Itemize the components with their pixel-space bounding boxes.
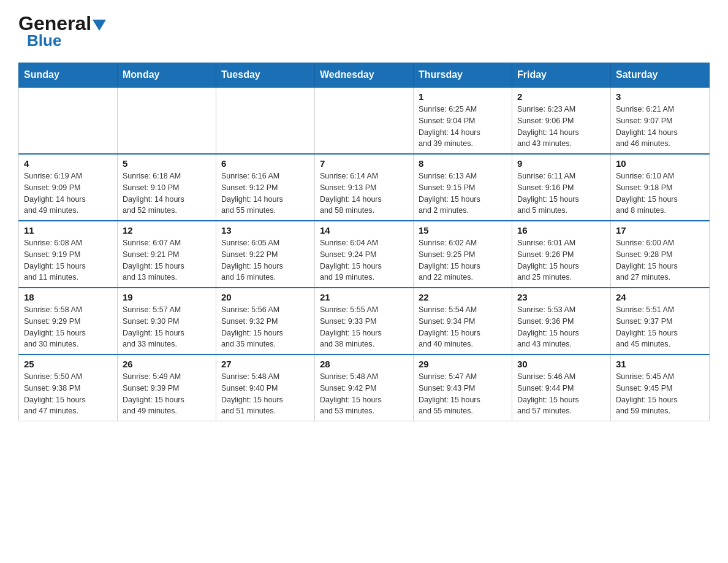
calendar-cell xyxy=(216,87,315,154)
day-info: Sunrise: 6:11 AM Sunset: 9:16 PM Dayligh… xyxy=(517,170,605,216)
day-info: Sunrise: 6:23 AM Sunset: 9:06 PM Dayligh… xyxy=(517,104,605,150)
calendar-header-monday: Monday xyxy=(118,63,216,88)
day-info: Sunrise: 5:56 AM Sunset: 9:32 PM Dayligh… xyxy=(221,304,309,350)
day-number: 14 xyxy=(320,225,408,236)
day-number: 15 xyxy=(419,225,507,236)
calendar-week-row: 1Sunrise: 6:25 AM Sunset: 9:04 PM Daylig… xyxy=(19,87,710,154)
calendar-cell xyxy=(19,87,118,154)
calendar-cell: 27Sunrise: 5:48 AM Sunset: 9:40 PM Dayli… xyxy=(216,354,315,421)
calendar-cell xyxy=(315,87,414,154)
calendar-cell: 5Sunrise: 6:18 AM Sunset: 9:10 PM Daylig… xyxy=(118,154,216,221)
day-info: Sunrise: 6:08 AM Sunset: 9:19 PM Dayligh… xyxy=(24,237,112,283)
day-info: Sunrise: 5:49 AM Sunset: 9:39 PM Dayligh… xyxy=(123,371,211,417)
day-info: Sunrise: 6:16 AM Sunset: 9:12 PM Dayligh… xyxy=(221,170,309,216)
day-number: 3 xyxy=(616,91,704,102)
day-number: 28 xyxy=(320,359,408,369)
calendar-header-wednesday: Wednesday xyxy=(315,63,414,88)
calendar-cell: 14Sunrise: 6:04 AM Sunset: 9:24 PM Dayli… xyxy=(315,221,414,288)
day-number: 29 xyxy=(419,359,507,369)
day-info: Sunrise: 5:54 AM Sunset: 9:34 PM Dayligh… xyxy=(419,304,507,350)
calendar-cell: 1Sunrise: 6:25 AM Sunset: 9:04 PM Daylig… xyxy=(414,87,512,154)
calendar-cell: 8Sunrise: 6:13 AM Sunset: 9:15 PM Daylig… xyxy=(414,154,512,221)
day-info: Sunrise: 6:00 AM Sunset: 9:28 PM Dayligh… xyxy=(616,237,704,283)
calendar-cell: 16Sunrise: 6:01 AM Sunset: 9:26 PM Dayli… xyxy=(512,221,611,288)
calendar-header-saturday: Saturday xyxy=(611,63,710,88)
calendar-header-sunday: Sunday xyxy=(19,63,118,88)
day-number: 5 xyxy=(123,158,211,169)
day-number: 11 xyxy=(24,225,112,236)
day-number: 21 xyxy=(320,292,408,302)
calendar-header-tuesday: Tuesday xyxy=(216,63,315,88)
day-info: Sunrise: 5:55 AM Sunset: 9:33 PM Dayligh… xyxy=(320,304,408,350)
day-number: 2 xyxy=(517,91,605,102)
day-info: Sunrise: 6:13 AM Sunset: 9:15 PM Dayligh… xyxy=(419,170,507,216)
calendar-cell: 9Sunrise: 6:11 AM Sunset: 9:16 PM Daylig… xyxy=(512,154,611,221)
calendar-table: SundayMondayTuesdayWednesdayThursdayFrid… xyxy=(18,63,710,421)
day-number: 18 xyxy=(24,292,112,302)
calendar-cell: 7Sunrise: 6:14 AM Sunset: 9:13 PM Daylig… xyxy=(315,154,414,221)
day-number: 22 xyxy=(419,292,507,302)
day-info: Sunrise: 5:45 AM Sunset: 9:45 PM Dayligh… xyxy=(616,371,704,417)
day-info: Sunrise: 5:51 AM Sunset: 9:37 PM Dayligh… xyxy=(616,304,704,350)
day-number: 1 xyxy=(419,91,507,102)
day-info: Sunrise: 6:25 AM Sunset: 9:04 PM Dayligh… xyxy=(419,104,507,150)
day-number: 4 xyxy=(24,158,112,169)
day-info: Sunrise: 6:19 AM Sunset: 9:09 PM Dayligh… xyxy=(24,170,112,216)
calendar-cell: 26Sunrise: 5:49 AM Sunset: 9:39 PM Dayli… xyxy=(118,354,216,421)
day-info: Sunrise: 6:07 AM Sunset: 9:21 PM Dayligh… xyxy=(123,237,211,283)
calendar-header-friday: Friday xyxy=(512,63,611,88)
calendar-cell: 10Sunrise: 6:10 AM Sunset: 9:18 PM Dayli… xyxy=(611,154,710,221)
calendar-cell: 18Sunrise: 5:58 AM Sunset: 9:29 PM Dayli… xyxy=(19,288,118,354)
day-info: Sunrise: 5:48 AM Sunset: 9:42 PM Dayligh… xyxy=(320,371,408,417)
day-info: Sunrise: 5:47 AM Sunset: 9:43 PM Dayligh… xyxy=(419,371,507,417)
calendar-cell: 29Sunrise: 5:47 AM Sunset: 9:43 PM Dayli… xyxy=(414,354,512,421)
calendar-header-row: SundayMondayTuesdayWednesdayThursdayFrid… xyxy=(19,63,710,88)
calendar-cell xyxy=(118,87,216,154)
page-header: General Blue xyxy=(18,12,710,50)
calendar-header-thursday: Thursday xyxy=(414,63,512,88)
calendar-cell: 20Sunrise: 5:56 AM Sunset: 9:32 PM Dayli… xyxy=(216,288,315,354)
calendar-cell: 17Sunrise: 6:00 AM Sunset: 9:28 PM Dayli… xyxy=(611,221,710,288)
day-info: Sunrise: 6:10 AM Sunset: 9:18 PM Dayligh… xyxy=(616,170,704,216)
day-number: 20 xyxy=(221,292,309,302)
logo-blue-text: Blue xyxy=(27,31,61,50)
day-info: Sunrise: 6:18 AM Sunset: 9:10 PM Dayligh… xyxy=(123,170,211,216)
calendar-week-row: 25Sunrise: 5:50 AM Sunset: 9:38 PM Dayli… xyxy=(19,354,710,421)
calendar-cell: 11Sunrise: 6:08 AM Sunset: 9:19 PM Dayli… xyxy=(19,221,118,288)
day-number: 9 xyxy=(517,158,605,169)
calendar-week-row: 4Sunrise: 6:19 AM Sunset: 9:09 PM Daylig… xyxy=(19,154,710,221)
calendar-cell: 25Sunrise: 5:50 AM Sunset: 9:38 PM Dayli… xyxy=(19,354,118,421)
calendar-cell: 3Sunrise: 6:21 AM Sunset: 9:07 PM Daylig… xyxy=(611,87,710,154)
day-number: 17 xyxy=(616,225,704,236)
calendar-cell: 30Sunrise: 5:46 AM Sunset: 9:44 PM Dayli… xyxy=(512,354,611,421)
calendar-cell: 23Sunrise: 5:53 AM Sunset: 9:36 PM Dayli… xyxy=(512,288,611,354)
calendar-cell: 2Sunrise: 6:23 AM Sunset: 9:06 PM Daylig… xyxy=(512,87,611,154)
day-info: Sunrise: 6:01 AM Sunset: 9:26 PM Dayligh… xyxy=(517,237,605,283)
day-number: 26 xyxy=(123,359,211,369)
calendar-week-row: 18Sunrise: 5:58 AM Sunset: 9:29 PM Dayli… xyxy=(19,288,710,354)
day-info: Sunrise: 6:04 AM Sunset: 9:24 PM Dayligh… xyxy=(320,237,408,283)
calendar-cell: 6Sunrise: 6:16 AM Sunset: 9:12 PM Daylig… xyxy=(216,154,315,221)
day-number: 19 xyxy=(123,292,211,302)
calendar-cell: 28Sunrise: 5:48 AM Sunset: 9:42 PM Dayli… xyxy=(315,354,414,421)
calendar-cell: 24Sunrise: 5:51 AM Sunset: 9:37 PM Dayli… xyxy=(611,288,710,354)
calendar-cell: 12Sunrise: 6:07 AM Sunset: 9:21 PM Dayli… xyxy=(118,221,216,288)
logo-triangle-icon xyxy=(93,20,106,31)
calendar-cell: 13Sunrise: 6:05 AM Sunset: 9:22 PM Dayli… xyxy=(216,221,315,288)
day-info: Sunrise: 5:58 AM Sunset: 9:29 PM Dayligh… xyxy=(24,304,112,350)
day-number: 6 xyxy=(221,158,309,169)
calendar-cell: 19Sunrise: 5:57 AM Sunset: 9:30 PM Dayli… xyxy=(118,288,216,354)
day-number: 23 xyxy=(517,292,605,302)
calendar-cell: 21Sunrise: 5:55 AM Sunset: 9:33 PM Dayli… xyxy=(315,288,414,354)
calendar-cell: 31Sunrise: 5:45 AM Sunset: 9:45 PM Dayli… xyxy=(611,354,710,421)
day-info: Sunrise: 6:02 AM Sunset: 9:25 PM Dayligh… xyxy=(419,237,507,283)
day-number: 16 xyxy=(517,225,605,236)
calendar-cell: 4Sunrise: 6:19 AM Sunset: 9:09 PM Daylig… xyxy=(19,154,118,221)
day-number: 7 xyxy=(320,158,408,169)
day-info: Sunrise: 5:46 AM Sunset: 9:44 PM Dayligh… xyxy=(517,371,605,417)
day-number: 25 xyxy=(24,359,112,369)
day-info: Sunrise: 5:53 AM Sunset: 9:36 PM Dayligh… xyxy=(517,304,605,350)
day-info: Sunrise: 5:57 AM Sunset: 9:30 PM Dayligh… xyxy=(123,304,211,350)
calendar-cell: 22Sunrise: 5:54 AM Sunset: 9:34 PM Dayli… xyxy=(414,288,512,354)
day-number: 13 xyxy=(221,225,309,236)
